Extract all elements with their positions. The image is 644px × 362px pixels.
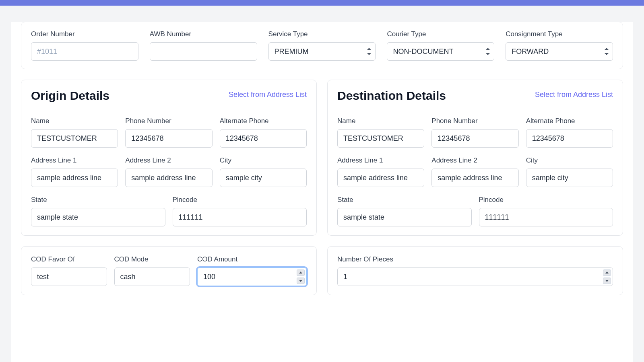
origin-pincode-input[interactable]	[173, 208, 307, 226]
dest-addr1-field: Address Line 1	[337, 156, 424, 187]
consignment-type-value: FORWARD	[512, 47, 549, 56]
cod-favor-input[interactable]	[31, 267, 107, 286]
page-root: Order Number AWB Number Service Type PRE…	[0, 0, 644, 362]
origin-addr2-label: Address Line 2	[125, 156, 212, 165]
origin-name-label: Name	[31, 117, 118, 125]
cod-amount-field: COD Amount	[197, 255, 307, 286]
origin-city-field: City	[220, 156, 307, 187]
stepper-up-icon[interactable]	[297, 269, 305, 276]
dest-city-label: City	[526, 156, 613, 165]
origin-city-input[interactable]	[220, 169, 307, 187]
dest-name-label: Name	[337, 117, 424, 125]
dest-city-field: City	[526, 156, 613, 187]
origin-phone-label: Phone Number	[125, 117, 212, 125]
courier-type-value: NON-DOCUMENT	[393, 47, 453, 56]
dest-addr1-label: Address Line 1	[337, 156, 424, 165]
dest-addr2-label: Address Line 2	[431, 156, 518, 165]
order-number-label: Order Number	[31, 30, 138, 38]
order-header-card: Order Number AWB Number Service Type PRE…	[21, 22, 623, 69]
cod-mode-input[interactable]	[114, 267, 190, 286]
dest-pincode-field: Pincode	[479, 196, 613, 226]
consignment-type-label: Consignment Type	[506, 30, 613, 38]
service-type-value: PREMIUM	[275, 47, 309, 56]
dest-pincode-input[interactable]	[479, 208, 613, 226]
pieces-card: Number Of Pieces	[327, 246, 623, 295]
chevron-updown-icon	[367, 48, 371, 55]
dest-name-input[interactable]	[337, 129, 424, 148]
destination-card: Destination Details Select from Address …	[327, 80, 623, 236]
origin-state-input[interactable]	[31, 208, 165, 226]
dest-phone-field: Phone Number	[431, 117, 518, 148]
order-number-input[interactable]	[31, 42, 138, 61]
service-type-select[interactable]: PREMIUM	[268, 42, 376, 61]
origin-addr1-field: Address Line 1	[31, 156, 118, 187]
courier-type-field: Courier Type NON-DOCUMENT	[387, 30, 494, 61]
pieces-label: Number Of Pieces	[337, 255, 613, 263]
consignment-type-field: Consignment Type FORWARD	[506, 30, 613, 61]
origin-card: Origin Details Select from Address List …	[21, 80, 317, 236]
origin-altphone-field: Alternate Phone	[220, 117, 307, 148]
consignment-type-select[interactable]: FORWARD	[506, 42, 613, 61]
order-number-field: Order Number	[31, 30, 138, 61]
origin-name-field: Name	[31, 117, 118, 148]
dest-altphone-input[interactable]	[526, 129, 613, 148]
cod-mode-label: COD Mode	[114, 255, 190, 263]
origin-altphone-label: Alternate Phone	[220, 117, 307, 125]
destination-select-address-link[interactable]: Select from Address List	[535, 90, 613, 99]
origin-title: Origin Details	[31, 89, 109, 103]
cod-card: COD Favor Of COD Mode COD Amount	[21, 246, 317, 295]
dest-state-label: State	[337, 196, 472, 204]
pieces-input[interactable]	[343, 273, 603, 281]
dest-name-field: Name	[337, 117, 424, 148]
pieces-field: Number Of Pieces	[337, 255, 613, 286]
stepper-up-icon[interactable]	[603, 269, 611, 276]
origin-addr1-label: Address Line 1	[31, 156, 118, 165]
courier-type-label: Courier Type	[387, 30, 494, 38]
dest-altphone-field: Alternate Phone	[526, 117, 613, 148]
cod-favor-label: COD Favor Of	[31, 255, 107, 263]
origin-addr2-field: Address Line 2	[125, 156, 212, 187]
top-accent-bar	[0, 0, 644, 6]
cod-favor-field: COD Favor Of	[31, 255, 107, 286]
origin-addr1-input[interactable]	[31, 169, 118, 187]
stepper-down-icon[interactable]	[297, 278, 305, 284]
origin-phone-field: Phone Number	[125, 117, 212, 148]
stepper-down-icon[interactable]	[603, 278, 611, 284]
dest-phone-label: Phone Number	[431, 117, 518, 125]
origin-pincode-label: Pincode	[173, 196, 307, 204]
dest-addr1-input[interactable]	[337, 169, 424, 187]
dest-state-field: State	[337, 196, 472, 226]
courier-type-select[interactable]: NON-DOCUMENT	[387, 42, 494, 61]
origin-state-field: State	[31, 196, 165, 226]
origin-pincode-field: Pincode	[173, 196, 307, 226]
origin-select-address-link[interactable]: Select from Address List	[229, 90, 307, 99]
dest-pincode-label: Pincode	[479, 196, 613, 204]
awb-number-label: AWB Number	[150, 30, 257, 38]
destination-title: Destination Details	[337, 89, 446, 103]
dest-altphone-label: Alternate Phone	[526, 117, 613, 125]
cod-amount-input[interactable]	[203, 273, 297, 281]
origin-altphone-input[interactable]	[220, 129, 307, 148]
cod-mode-field: COD Mode	[114, 255, 190, 286]
dest-city-input[interactable]	[526, 169, 613, 187]
origin-name-input[interactable]	[31, 129, 118, 148]
origin-phone-input[interactable]	[125, 129, 212, 148]
origin-state-label: State	[31, 196, 165, 204]
dest-addr2-field: Address Line 2	[431, 156, 518, 187]
dest-state-input[interactable]	[337, 208, 472, 226]
service-type-field: Service Type PREMIUM	[268, 30, 376, 61]
awb-number-field: AWB Number	[150, 30, 257, 61]
dest-addr2-input[interactable]	[431, 169, 518, 187]
pieces-stepper[interactable]	[337, 267, 613, 286]
origin-city-label: City	[220, 156, 307, 165]
cod-amount-stepper[interactable]	[197, 267, 307, 286]
chevron-updown-icon	[486, 48, 490, 55]
cod-amount-label: COD Amount	[197, 255, 307, 263]
service-type-label: Service Type	[268, 30, 376, 38]
main-panel: Order Number AWB Number Service Type PRE…	[11, 22, 633, 362]
chevron-updown-icon	[605, 48, 609, 55]
origin-addr2-input[interactable]	[125, 169, 212, 187]
awb-number-input[interactable]	[150, 42, 257, 61]
dest-phone-input[interactable]	[431, 129, 518, 148]
